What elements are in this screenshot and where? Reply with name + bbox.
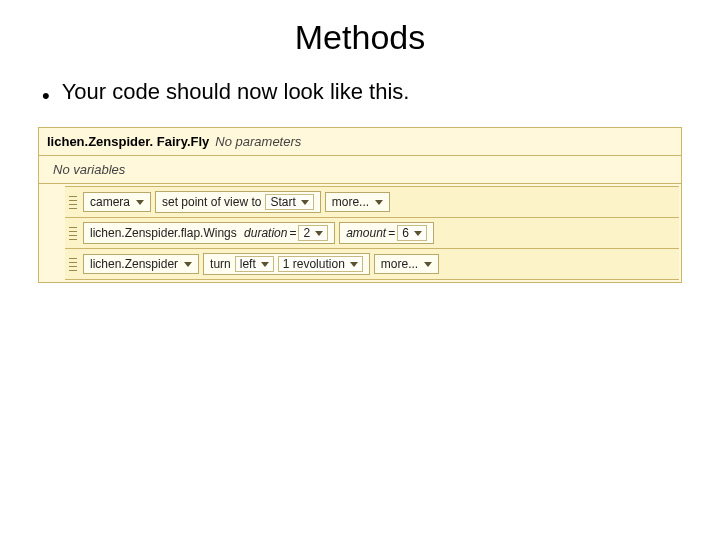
direction-text: left (240, 257, 256, 271)
page-title: Methods (28, 18, 692, 57)
verb-text: set point of view to (162, 195, 261, 209)
drag-handle-icon[interactable] (69, 225, 77, 241)
turn-tile[interactable]: turn left 1 revolution (203, 253, 370, 275)
revolution-text: 1 revolution (283, 257, 345, 271)
revolution-dropdown[interactable]: 1 revolution (278, 256, 363, 272)
bullet-text: Your code should now look like this. (62, 79, 410, 105)
direction-dropdown[interactable]: left (235, 256, 274, 272)
method-name-label: lichen.Zenspider. Fairy.Fly (47, 134, 209, 149)
duration-value: 2 (303, 226, 310, 240)
subject-text: camera (90, 195, 130, 209)
amount-value-dropdown[interactable]: 6 (397, 225, 427, 241)
drag-handle-icon[interactable] (69, 256, 77, 272)
call-tile[interactable]: lichen.Zenspider.flap.Wings duration = 2 (83, 222, 335, 244)
method-editor-panel: lichen.Zenspider. Fairy.Fly No parameter… (38, 127, 682, 283)
chevron-down-icon[interactable] (136, 200, 144, 205)
instruction-row-3[interactable]: lichen.Zenspider turn left 1 revolution (65, 249, 679, 280)
verb-tile[interactable]: set point of view to Start (155, 191, 321, 213)
chevron-down-icon[interactable] (184, 262, 192, 267)
param-note: No parameters (215, 134, 301, 149)
chevron-down-icon[interactable] (424, 262, 432, 267)
chevron-down-icon[interactable] (414, 231, 422, 236)
chevron-down-icon[interactable] (375, 200, 383, 205)
param-duration-label: duration (244, 226, 287, 240)
subject-text: lichen.Zenspider (90, 257, 178, 271)
subject-tile[interactable]: lichen.Zenspider (83, 254, 199, 274)
more-tile[interactable]: more... (325, 192, 390, 212)
amount-value: 6 (402, 226, 409, 240)
param-amount-tile[interactable]: amount = 6 (339, 222, 434, 244)
param-amount-label: amount (346, 226, 386, 240)
bullet-item: • Your code should now look like this. (42, 79, 692, 109)
chevron-down-icon[interactable] (350, 262, 358, 267)
chevron-down-icon[interactable] (301, 200, 309, 205)
target-text: Start (270, 195, 295, 209)
bullet-dot: • (42, 83, 50, 109)
chevron-down-icon[interactable] (315, 231, 323, 236)
verb-text: turn (210, 257, 231, 271)
target-dropdown[interactable]: Start (265, 194, 313, 210)
duration-value-dropdown[interactable]: 2 (298, 225, 328, 241)
method-header-row: lichen.Zenspider. Fairy.Fly No parameter… (39, 128, 681, 156)
instruction-row-1[interactable]: camera set point of view to Start more..… (65, 186, 679, 218)
more-tile[interactable]: more... (374, 254, 439, 274)
instruction-row-2[interactable]: lichen.Zenspider.flap.Wings duration = 2… (65, 218, 679, 249)
more-text: more... (332, 195, 369, 209)
vars-note: No variables (53, 162, 125, 177)
more-text: more... (381, 257, 418, 271)
chevron-down-icon[interactable] (261, 262, 269, 267)
variables-row: No variables (39, 156, 681, 184)
drag-handle-icon[interactable] (69, 194, 77, 210)
method-body: camera set point of view to Start more..… (39, 184, 681, 282)
subject-tile[interactable]: camera (83, 192, 151, 212)
call-subject-text: lichen.Zenspider.flap.Wings (90, 226, 237, 240)
